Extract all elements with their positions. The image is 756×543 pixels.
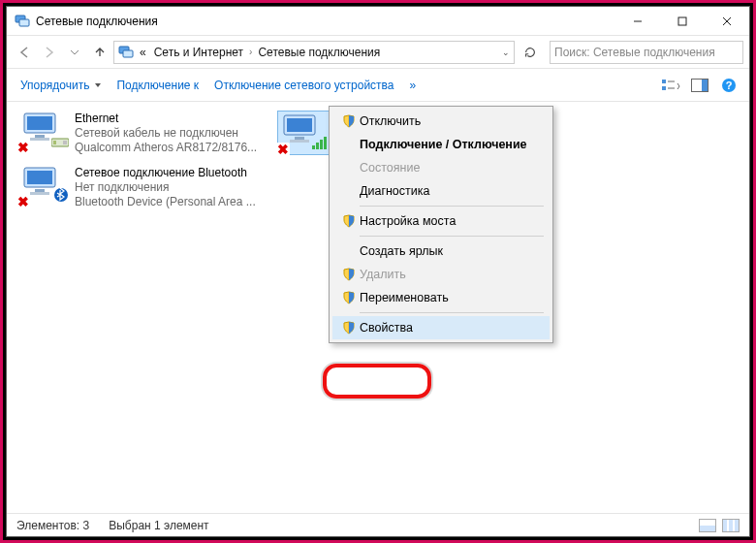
breadcrumb-1[interactable]: Сеть и Интернет (152, 46, 245, 59)
breadcrumb-prefix: « (138, 46, 148, 59)
connection-item-bluetooth[interactable]: ✖ Сетевое подключение Bluetooth Нет подк… (20, 166, 263, 209)
svg-rect-7 (123, 50, 133, 57)
address-dropdown-icon[interactable]: ⌄ (502, 48, 510, 57)
svg-rect-3 (678, 17, 686, 25)
breadcrumb-2[interactable]: Сетевые подключения (256, 46, 382, 59)
nic-overlay-icon (51, 135, 69, 152)
error-overlay-icon: ✖ (16, 141, 30, 154)
forward-button[interactable] (38, 41, 61, 64)
close-button[interactable] (705, 7, 749, 36)
svg-rect-13 (702, 80, 708, 91)
annotation-highlight (323, 364, 431, 399)
context-menu-item[interactable]: Переименовать (332, 286, 550, 309)
connection-device: Qualcomm Atheros AR8172/8176... (75, 141, 257, 155)
network-connections-icon (15, 14, 30, 29)
shield-icon (338, 291, 360, 304)
context-menu-label: Удалить (360, 268, 406, 281)
svg-rect-29 (287, 118, 312, 132)
svg-rect-17 (27, 116, 52, 130)
search-input[interactable]: Поиск: Сетевые подключения (550, 41, 743, 64)
navigation-bar: « Сеть и Интернет › Сетевые подключения … (7, 36, 749, 69)
context-menu-label: Отключить (360, 114, 421, 128)
error-overlay-icon: ✖ (276, 143, 290, 156)
context-menu-item: Состояние (332, 156, 550, 179)
chevron-right-icon[interactable]: › (249, 47, 252, 57)
up-button[interactable] (88, 41, 111, 64)
svg-rect-8 (662, 80, 666, 83)
context-menu-item[interactable]: Создать ярлык (332, 240, 550, 263)
address-bar[interactable]: « Сеть и Интернет › Сетевые подключения … (113, 41, 515, 64)
context-menu-item[interactable]: Отключить (332, 110, 550, 133)
large-icons-view-button[interactable] (722, 519, 740, 532)
svg-rect-31 (290, 140, 309, 143)
overflow-button[interactable]: » (404, 75, 423, 96)
svg-rect-30 (295, 137, 304, 140)
shield-icon (338, 114, 360, 128)
svg-rect-18 (35, 135, 45, 138)
status-selection: Выбран 1 элемент (109, 519, 208, 532)
svg-rect-26 (30, 192, 49, 195)
svg-rect-1 (19, 19, 29, 26)
connection-device: Bluetooth Device (Personal Area ... (75, 195, 256, 209)
titlebar: Сетевые подключения (7, 7, 749, 36)
svg-rect-32 (312, 145, 315, 149)
svg-rect-35 (324, 137, 327, 149)
context-menu-label: Подключение / Отключение (360, 138, 527, 151)
command-bar: Упорядочить Подключение к Отключение сет… (7, 69, 749, 102)
context-menu-label: Свойства (360, 321, 413, 335)
help-button[interactable]: ? (716, 74, 741, 97)
status-count: Элементов: 3 (16, 519, 89, 532)
context-menu-label: Создать ярлык (360, 244, 443, 258)
svg-rect-24 (27, 171, 52, 184)
view-options-button[interactable] (658, 74, 683, 97)
context-menu-item[interactable]: Настройка моста (332, 209, 550, 233)
refresh-button[interactable] (519, 41, 542, 64)
svg-rect-34 (320, 140, 323, 149)
wifi-overlay-icon (311, 137, 329, 154)
connection-name: Ethernet (75, 112, 257, 126)
svg-rect-9 (662, 86, 666, 90)
context-menu: ОтключитьПодключение / ОтключениеСостоян… (329, 106, 553, 343)
svg-rect-33 (316, 143, 319, 149)
location-icon (118, 45, 134, 60)
connection-icon: ✖ (280, 113, 327, 152)
maximize-button[interactable] (660, 7, 705, 36)
connection-status: Сетевой кабель не подключен (75, 126, 257, 141)
connection-item-ethernet[interactable]: ✖ Ethernet Сетевой кабель не подключен Q… (20, 112, 263, 155)
context-menu-label: Настройка моста (360, 214, 456, 228)
connection-name: Сетевое подключение Bluetooth (75, 166, 256, 180)
connection-item-wifi[interactable]: ✖ (278, 112, 336, 154)
connection-status: Нет подключения (75, 180, 256, 195)
window-title: Сетевые подключения (36, 15, 615, 28)
context-menu-item: Удалить (332, 263, 550, 286)
connection-icon: ✖ (20, 166, 67, 205)
preview-pane-button[interactable] (687, 74, 712, 97)
svg-rect-21 (53, 141, 56, 144)
shield-icon (338, 321, 360, 335)
context-menu-item[interactable]: Свойства (332, 316, 550, 339)
context-menu-item[interactable]: Подключение / Отключение (332, 133, 550, 156)
minimize-button[interactable] (615, 7, 660, 36)
shield-icon (338, 214, 360, 228)
search-placeholder: Поиск: Сетевые подключения (554, 46, 715, 59)
context-menu-label: Диагностика (360, 184, 429, 198)
status-bar: Элементов: 3 Выбран 1 элемент (7, 513, 749, 536)
error-overlay-icon: ✖ (16, 195, 30, 208)
context-menu-item[interactable]: Диагностика (332, 179, 550, 203)
svg-rect-22 (63, 141, 67, 144)
recent-button[interactable] (63, 41, 86, 64)
svg-text:?: ? (726, 80, 733, 91)
back-button[interactable] (13, 41, 36, 64)
connection-icon: ✖ (20, 112, 67, 150)
svg-rect-19 (30, 138, 49, 141)
shield-icon (338, 268, 360, 281)
context-menu-label: Состояние (360, 161, 420, 175)
context-menu-label: Переименовать (360, 291, 449, 304)
organize-button[interactable]: Упорядочить (15, 75, 107, 96)
details-view-button[interactable] (699, 519, 716, 532)
svg-rect-25 (35, 189, 45, 192)
disable-device-button[interactable]: Отключение сетевого устройства (208, 75, 399, 96)
bluetooth-overlay-icon (53, 187, 69, 207)
connect-to-button[interactable]: Подключение к (110, 75, 205, 96)
items-area[interactable]: ✖ Ethernet Сетевой кабель не подключен Q… (7, 102, 749, 513)
